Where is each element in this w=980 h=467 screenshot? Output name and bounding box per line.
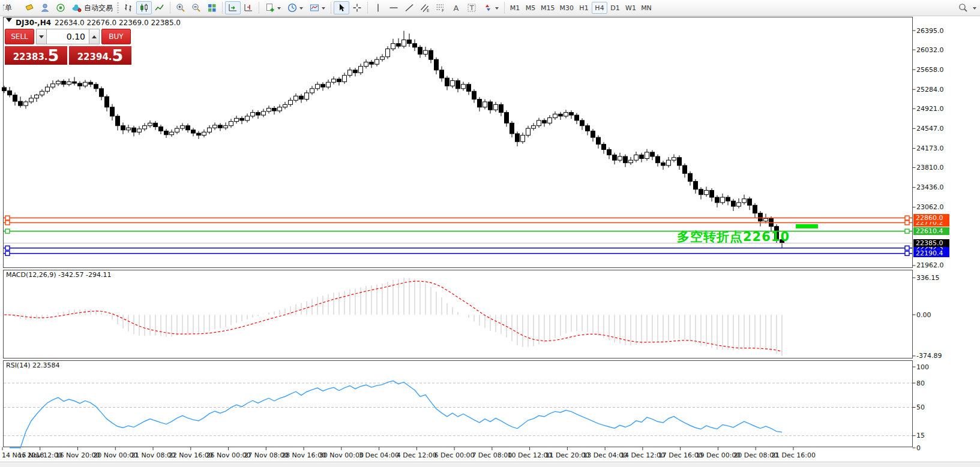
arrows-tool-button[interactable] xyxy=(479,1,502,14)
sell-button[interactable]: SELL xyxy=(5,29,34,44)
line-handle[interactable] xyxy=(905,229,909,233)
autotrade-button[interactable]: 自动交易 xyxy=(68,1,116,14)
vertical-line-icon xyxy=(373,2,383,13)
orders-button[interactable]: 订单 xyxy=(0,1,22,14)
cursor-button[interactable] xyxy=(334,1,349,14)
rsi-axis-tick: 100 xyxy=(916,363,929,371)
symbol-period-label: DJ30-,H4 xyxy=(16,19,51,27)
zoom-out-button[interactable] xyxy=(188,1,204,14)
timeframe-m15[interactable]: M15 xyxy=(538,2,558,14)
toolbar-separator xyxy=(222,2,223,14)
svg-text:T: T xyxy=(469,4,474,12)
buy-price-frac: 5 xyxy=(112,47,124,64)
rsi-axis-tick: 15 xyxy=(916,432,925,439)
timeframe-mn[interactable]: MN xyxy=(639,2,654,14)
tile-windows-icon xyxy=(206,2,217,13)
search-button[interactable] xyxy=(955,1,971,14)
toolbar-separator xyxy=(331,2,331,14)
svg-text:A: A xyxy=(454,4,459,13)
label-tool-button[interactable]: T xyxy=(464,1,479,14)
signal-icon xyxy=(55,2,66,13)
buy-button[interactable]: BUY xyxy=(101,29,131,44)
orders-label: 订单 xyxy=(3,3,12,13)
templates-icon xyxy=(309,2,320,13)
templates-button[interactable] xyxy=(306,1,328,14)
line-handle[interactable] xyxy=(905,221,909,225)
line-handle[interactable] xyxy=(5,251,10,255)
line-handle[interactable] xyxy=(5,229,10,233)
toolbar-separator xyxy=(504,2,505,14)
timeframe-m30[interactable]: M30 xyxy=(558,2,577,14)
top-toolbar: 订单 自动交易 xyxy=(0,0,980,16)
periods-dropdown-icon xyxy=(299,7,303,11)
buy-price-main: 22394 xyxy=(77,50,109,64)
zoom-in-button[interactable] xyxy=(173,1,188,14)
line-handle[interactable] xyxy=(905,251,909,255)
rsi-axis-tick: 0 xyxy=(916,444,921,452)
macd-header: MACD(12,26,9) -342.57 -294.11 xyxy=(6,271,111,279)
bid-price-label: 22385.0 xyxy=(913,239,949,247)
timeframe-group: M1M5M15M30H1H4D1W1MN xyxy=(507,2,654,14)
channel-icon: E xyxy=(419,2,430,13)
timeframe-m5[interactable]: M5 xyxy=(523,2,538,14)
new-order-button[interactable] xyxy=(22,1,37,14)
timeframe-w1[interactable]: W1 xyxy=(623,2,639,14)
toolbar-separator xyxy=(170,2,170,14)
horizontal-line-button[interactable] xyxy=(386,1,401,14)
price-chart-svg[interactable] xyxy=(0,16,980,467)
bar-chart-button[interactable] xyxy=(121,1,136,14)
indicators-button[interactable] xyxy=(262,1,284,14)
rsi-header: RSI(14) 22.3584 xyxy=(6,361,59,369)
line-handle[interactable] xyxy=(905,216,909,220)
price-axis-tick: 21962.0 xyxy=(916,261,944,269)
periods-button[interactable] xyxy=(284,1,306,14)
vertical-line-button[interactable] xyxy=(370,1,386,14)
toolbar-separator xyxy=(259,2,259,14)
chevron-down-icon xyxy=(39,35,44,41)
equidistant-channel-button[interactable]: E xyxy=(417,1,433,14)
auto-scroll-icon xyxy=(227,2,238,13)
line-handle[interactable] xyxy=(5,221,10,225)
timeframe-m1[interactable]: M1 xyxy=(507,2,523,14)
collapse-triangle-icon[interactable] xyxy=(6,18,12,25)
candlestick-icon xyxy=(139,2,149,13)
toolbar-right-group xyxy=(955,1,976,14)
signals-button[interactable] xyxy=(53,1,68,14)
price-axis-tick: 23810.0 xyxy=(916,164,944,171)
ohlc-values: 22634.0 22676.0 22369.0 22385.0 xyxy=(55,19,181,27)
cursor-icon xyxy=(336,2,347,13)
timeframe-h4[interactable]: H4 xyxy=(592,2,607,14)
trendline-button[interactable] xyxy=(401,1,417,14)
fibonacci-button[interactable]: F xyxy=(433,1,448,14)
crosshair-icon xyxy=(352,2,362,13)
highlight-bar[interactable] xyxy=(796,224,818,228)
date-axis-label[interactable]: 21 Dec 16:00 xyxy=(771,451,816,459)
volume-increase-button[interactable] xyxy=(89,29,100,44)
periods-clock-icon xyxy=(287,2,298,13)
mt4-window: 订单 自动交易 xyxy=(0,0,980,467)
buy-price-box[interactable]: 22394.5 xyxy=(69,46,131,65)
price-line-label: 22190.4 xyxy=(913,249,949,257)
price-axis-tick: 24547.0 xyxy=(916,125,944,132)
text-tool-button[interactable]: A xyxy=(448,1,464,14)
toolbar-overflow-icon[interactable] xyxy=(973,7,976,11)
sell-price-box[interactable]: 22383.5 xyxy=(5,46,67,65)
line-chart-button[interactable] xyxy=(152,1,167,14)
rsi-axis-tick: 50 xyxy=(916,403,925,411)
status-strip xyxy=(0,462,980,467)
line-handle[interactable] xyxy=(905,246,909,250)
auto-scroll-button[interactable] xyxy=(225,1,241,14)
volume-decrease-button[interactable] xyxy=(36,29,47,44)
line-handle[interactable] xyxy=(5,216,10,220)
volume-input[interactable] xyxy=(47,29,89,44)
line-handle[interactable] xyxy=(5,246,10,250)
chart-shift-button[interactable] xyxy=(241,1,256,14)
pivot-annotation[interactable]: 多空转折点22610 xyxy=(677,228,790,245)
profile-button[interactable] xyxy=(37,1,53,14)
timeframe-h1[interactable]: H1 xyxy=(576,2,592,14)
crosshair-button[interactable] xyxy=(349,1,365,14)
timeframe-d1[interactable]: D1 xyxy=(607,2,623,14)
candlestick-button[interactable] xyxy=(136,1,152,14)
chart-workspace: DJ30-,H4 22634.0 22676.0 22369.0 22385.0… xyxy=(0,16,980,467)
tile-windows-button[interactable] xyxy=(204,1,220,14)
